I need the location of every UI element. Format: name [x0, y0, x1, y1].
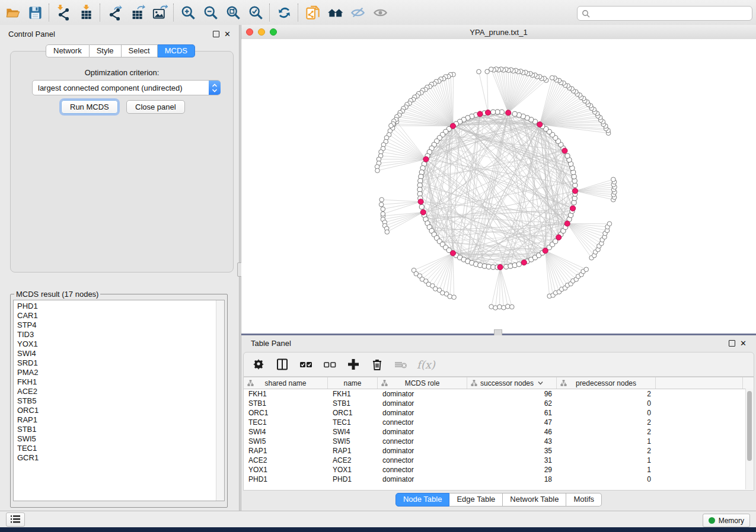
network-window: YPA_prune.txt_1: [241, 25, 756, 334]
table-row[interactable]: YOX1YOX1connector291: [244, 465, 754, 475]
float-table-panel-icon[interactable]: [729, 340, 735, 347]
column-header-MCDS-role[interactable]: MCDS role: [378, 377, 467, 389]
mcds-result-item[interactable]: STP4: [17, 321, 224, 330]
cell: 2: [557, 427, 656, 437]
dominator-node: [572, 188, 578, 194]
mcds-result-item[interactable]: RAP1: [17, 415, 224, 425]
table-scrollbar-thumb[interactable]: [747, 391, 752, 461]
tab-motifs[interactable]: Motifs: [566, 493, 602, 507]
mcds-result-item[interactable]: SWI5: [17, 434, 224, 444]
cell: ACE2: [328, 456, 378, 465]
column-label: name: [343, 379, 361, 387]
zoom-in-button[interactable]: [177, 2, 199, 23]
select-stepper-icon: [209, 81, 221, 95]
tab-edge-table[interactable]: Edge Table: [449, 493, 503, 507]
float-panel-icon[interactable]: [213, 31, 219, 37]
hide-selected-button[interactable]: [346, 2, 369, 23]
dominator-node: [420, 210, 426, 215]
select-all-button[interactable]: [298, 356, 314, 373]
mcds-result-item[interactable]: PHD1: [17, 302, 224, 311]
delete-table-button[interactable]: [393, 356, 409, 373]
zoom-selected-button[interactable]: [244, 2, 267, 23]
mcds-tab-pane: Optimization criterion: largest connecte…: [10, 51, 234, 273]
network-graph[interactable]: [241, 39, 756, 334]
table-row[interactable]: TEC1TEC1connector472: [244, 418, 754, 427]
mcds-result-item[interactable]: ORC1: [17, 406, 224, 415]
zoom-in-icon: [180, 5, 196, 21]
run-mcds-button[interactable]: Run MCDS: [61, 100, 118, 114]
memory-button[interactable]: Memory: [703, 514, 750, 527]
table-row[interactable]: RAP1RAP1dominator352: [244, 446, 754, 456]
mcds-result-list[interactable]: PHD1CAR1STP4TID3YOX1SWI4SRD1PMA2FKH1ACE2…: [13, 300, 225, 501]
mcds-result-item[interactable]: FKH1: [17, 377, 224, 387]
add-column-button[interactable]: [346, 356, 361, 373]
show-all-button[interactable]: [369, 2, 391, 23]
cell: RAP1: [328, 446, 378, 456]
delete-column-button[interactable]: [369, 356, 385, 373]
network-canvas[interactable]: [241, 39, 756, 334]
mcds-result-item[interactable]: GCR1: [17, 453, 224, 463]
open-file-button[interactable]: [1, 2, 24, 23]
cell: dominator: [378, 427, 467, 437]
import-network-button[interactable]: [52, 2, 75, 23]
refresh-button[interactable]: [273, 2, 295, 23]
split-view-button[interactable]: [275, 356, 290, 373]
deselect-all-button[interactable]: [322, 356, 337, 373]
table-row[interactable]: ACE2ACE2connector311: [244, 456, 754, 465]
import-network-icon: [56, 5, 72, 21]
table-row[interactable]: SWI4SWI4dominator462: [244, 427, 754, 437]
import-table-button[interactable]: [75, 2, 97, 23]
gear-button[interactable]: [251, 356, 266, 373]
export-table-button[interactable]: [126, 2, 148, 23]
table-row[interactable]: SWI5SWI5connector431: [244, 437, 754, 446]
tab-select[interactable]: Select: [122, 44, 158, 57]
task-history-button[interactable]: [6, 512, 25, 527]
mcds-result-item[interactable]: TEC1: [17, 444, 224, 453]
cell: TEC1: [328, 418, 378, 427]
table-row[interactable]: FKH1FKH1dominator962: [244, 389, 754, 399]
table-row[interactable]: PHD1PHD1dominator180: [244, 475, 754, 484]
dominator-node: [562, 148, 567, 153]
search-input[interactable]: [590, 8, 752, 19]
zoom-fit-button[interactable]: [222, 2, 244, 23]
tab-network-table[interactable]: Network Table: [503, 493, 566, 507]
mcds-result-item[interactable]: YOX1: [17, 339, 224, 349]
column-header-successor-nodes[interactable]: successor nodes: [467, 377, 557, 389]
optimization-select[interactable]: largest connected component (undirected): [32, 80, 221, 95]
cell: 46: [467, 427, 557, 437]
cell: [656, 456, 743, 465]
tab-style[interactable]: Style: [90, 44, 122, 57]
column-header-name[interactable]: name: [328, 377, 378, 389]
close-panel-icon[interactable]: ✕: [224, 31, 231, 37]
mcds-result-item[interactable]: STB5: [17, 396, 224, 406]
clone-network-button[interactable]: [301, 2, 324, 23]
save-session-button[interactable]: [24, 2, 46, 23]
table-row[interactable]: STB1STB1dominator620: [244, 399, 754, 408]
tab-node-table[interactable]: Node Table: [395, 493, 450, 507]
cell: ACE2: [244, 456, 328, 465]
mcds-result-item[interactable]: SWI4: [17, 349, 224, 358]
mcds-result-item[interactable]: STB1: [17, 425, 224, 434]
first-neighbors-button[interactable]: [324, 2, 346, 23]
function-builder-button[interactable]: f(x): [417, 356, 435, 373]
mcds-list-scrollbar[interactable]: [216, 300, 224, 501]
mcds-result-item[interactable]: SRD1: [17, 358, 224, 368]
toolbar-separator: [173, 4, 174, 21]
mcds-result-item[interactable]: PMA2: [17, 368, 224, 377]
column-header-empty[interactable]: [656, 377, 743, 389]
zoom-out-button[interactable]: [199, 2, 222, 23]
cell: [656, 437, 743, 446]
close-table-panel-icon[interactable]: ✕: [740, 341, 747, 346]
close-panel-button[interactable]: Close panel: [126, 100, 185, 114]
export-network-button[interactable]: [103, 2, 126, 23]
column-header-shared-name[interactable]: shared name: [244, 377, 328, 389]
tab-network[interactable]: Network: [46, 44, 90, 57]
mcds-result-item[interactable]: CAR1: [17, 311, 224, 321]
table-row[interactable]: ORC1ORC1dominator610: [244, 408, 754, 418]
column-header-predecessor-nodes[interactable]: predecessor nodes: [557, 377, 656, 389]
export-image-button[interactable]: [148, 2, 171, 23]
table-scrollbar[interactable]: [745, 389, 754, 489]
tab-mcds[interactable]: MCDS: [158, 44, 195, 57]
mcds-result-item[interactable]: TID3: [17, 330, 224, 339]
mcds-result-item[interactable]: ACE2: [17, 387, 224, 396]
